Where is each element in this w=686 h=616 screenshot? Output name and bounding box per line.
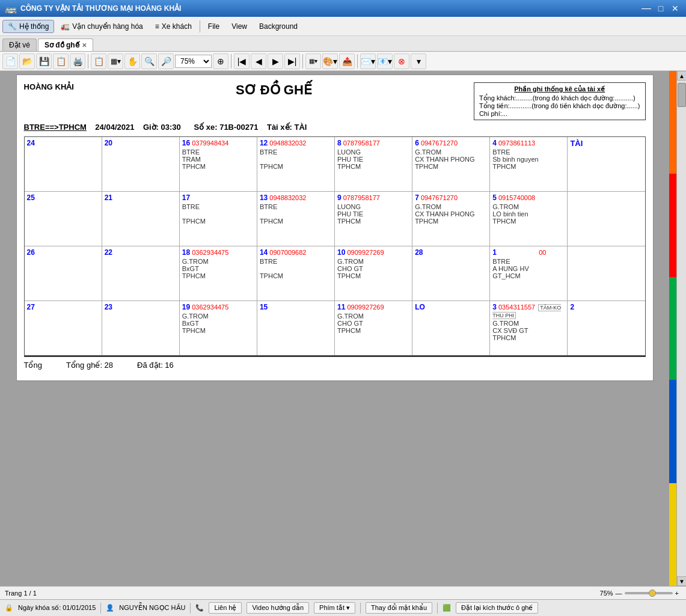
- seat-tai-label[interactable]: TÀI: [570, 139, 583, 148]
- seat-10[interactable]: 10 0909927269 G.TROMCHO GTTPHCM: [335, 246, 412, 300]
- seat-19[interactable]: 19 0362934475 G.TROMBxGTTPHCM: [180, 301, 257, 355]
- seat-21[interactable]: 21: [102, 192, 180, 246]
- toolbar-email1[interactable]: ✉️▾: [360, 53, 376, 69]
- seat-num-8[interactable]: 8: [337, 139, 341, 147]
- seat-22[interactable]: 22: [102, 246, 180, 300]
- seat-6[interactable]: 6 0947671270 G.TROMCX THANH PHONGTPHCM: [412, 137, 490, 191]
- menu-background[interactable]: Background: [254, 20, 303, 33]
- toolbar-first-page[interactable]: |◀: [234, 53, 250, 69]
- seat-16[interactable]: 16 0379948434 BTRETRAMTPHCM: [180, 137, 257, 191]
- toolbar-stop[interactable]: ⊗: [394, 53, 409, 69]
- seat-num-7[interactable]: 7: [415, 194, 419, 202]
- seat-15[interactable]: 15: [257, 301, 335, 355]
- toolbar-next-page[interactable]: ▶: [268, 53, 283, 69]
- seat-13[interactable]: 13 0948832032 BTRETPHCM: [257, 192, 335, 246]
- toolbar-page-setup[interactable]: 📋: [53, 53, 69, 69]
- zoom-minus-btn[interactable]: —: [613, 590, 625, 597]
- minimize-button[interactable]: —: [640, 2, 652, 14]
- seat-8[interactable]: 8 0787958177 LUONGPHU TIETPHCM: [335, 137, 412, 191]
- seat-num-3[interactable]: 3: [492, 303, 497, 311]
- toolbar-zoom-out[interactable]: 🔍: [141, 53, 157, 69]
- toolbar-color[interactable]: 🎨▾: [322, 53, 338, 69]
- scroll-thumb[interactable]: [678, 83, 686, 107]
- seat-2[interactable]: 2: [568, 301, 645, 355]
- seat-num-21[interactable]: 21: [105, 194, 112, 202]
- seat-num-20[interactable]: 20: [105, 139, 112, 147]
- seat-24[interactable]: 24: [25, 137, 102, 191]
- menu-xe-khach[interactable]: ≡ Xe khách: [150, 20, 197, 33]
- seat-12[interactable]: 12 0948832032 BTRETPHCM: [257, 137, 335, 191]
- menu-file[interactable]: File: [203, 20, 225, 33]
- toolbar-prev-page[interactable]: ◀: [251, 53, 266, 69]
- seat-num-5[interactable]: 5: [492, 194, 497, 202]
- seat-4[interactable]: 4 0973861113 BTRESb binh nguyenTPHCM: [490, 137, 568, 191]
- seat-1[interactable]: 1 00 BTREA HUNG HVGT_HCM: [490, 246, 568, 300]
- seat-num-17[interactable]: 17: [182, 194, 190, 202]
- seat-num-18[interactable]: 18: [182, 248, 190, 257]
- seat-num-9[interactable]: 9: [337, 194, 341, 202]
- maximize-button[interactable]: □: [655, 2, 667, 14]
- seat-23[interactable]: 23: [102, 301, 180, 355]
- toolbar-save[interactable]: 💾: [36, 53, 52, 69]
- toolbar-open[interactable]: 📂: [19, 53, 35, 69]
- seat-num-19[interactable]: 19: [182, 303, 190, 311]
- menu-van-chuyen[interactable]: 🚛 Vận chuyển hàng hóa: [55, 20, 148, 33]
- toolbar-zoom-in[interactable]: 🔎: [158, 53, 174, 69]
- seat-num-2[interactable]: 2: [570, 303, 574, 311]
- vertical-scrollbar[interactable]: ▲ ▼: [676, 71, 686, 586]
- seat-27[interactable]: 27: [25, 301, 102, 355]
- seat-num-16[interactable]: 16: [182, 139, 190, 147]
- contact-btn[interactable]: Liên hệ: [209, 602, 242, 614]
- seat-25[interactable]: 25: [25, 192, 102, 246]
- seat-num-25[interactable]: 25: [27, 194, 35, 202]
- tab-so-do-ghe-close[interactable]: ✕: [82, 42, 87, 49]
- seat-num-11[interactable]: 11: [337, 303, 345, 311]
- toolbar-export[interactable]: 📤: [339, 53, 355, 69]
- toolbar-grid[interactable]: ▦▾: [305, 53, 321, 69]
- toolbar-zoom-select[interactable]: 75% 100% 50%: [175, 55, 212, 68]
- seat-5[interactable]: 5 0915740008 G.TROMLO binh tienTPHCM: [490, 192, 568, 246]
- seat-num-22[interactable]: 22: [105, 248, 112, 257]
- seat-num-28[interactable]: 28: [415, 248, 423, 257]
- seat-num-24[interactable]: 24: [27, 139, 35, 147]
- menu-he-thong[interactable]: 🔧 Hệ thống: [2, 20, 54, 33]
- seat-num-4[interactable]: 4: [492, 139, 497, 147]
- seat-26[interactable]: 26: [25, 246, 102, 300]
- seat-num-1[interactable]: 1: [492, 248, 497, 257]
- toolbar-print[interactable]: 🖨️: [70, 53, 85, 69]
- toolbar-zoom-fit[interactable]: ⊕: [213, 53, 228, 69]
- seat-17[interactable]: 17 BTRETPHCM: [180, 192, 257, 246]
- seat-num-27[interactable]: 27: [27, 303, 35, 311]
- zoom-plus-btn[interactable]: +: [673, 590, 681, 597]
- seat-14[interactable]: 14 0907009682 BTRETPHCM: [257, 246, 335, 300]
- toolbar-new[interactable]: 📄: [2, 53, 18, 69]
- toolbar-last-page[interactable]: ▶|: [284, 53, 300, 69]
- seat-11[interactable]: 11 0909927269 G.TROMCHO GTTPHCM: [335, 301, 412, 355]
- menu-view[interactable]: View: [226, 20, 253, 33]
- seat-20[interactable]: 20: [102, 137, 180, 191]
- scroll-down-btn[interactable]: ▼: [677, 576, 686, 586]
- seat-num-15[interactable]: 15: [260, 303, 268, 311]
- seat-num-10[interactable]: 10: [337, 248, 345, 257]
- seat-num-26[interactable]: 26: [27, 248, 35, 257]
- tab-dat-ve[interactable]: Đặt vé: [2, 38, 37, 51]
- content-area[interactable]: HOÀNG KHẢI SƠ ĐỒ GHẾ Phần ghi thống kê c…: [0, 71, 669, 586]
- toolbar-copy[interactable]: 📋: [91, 53, 106, 69]
- shortcuts-btn[interactable]: Phím tắt ▾: [314, 602, 355, 614]
- change-pass-btn[interactable]: Thay đổi mật khẩu: [366, 602, 432, 614]
- zoom-slider[interactable]: [625, 592, 673, 594]
- toolbar-more[interactable]: ▾: [411, 53, 426, 69]
- seat-18[interactable]: 18 0362934475 G.TROMBxGTTPHCM: [180, 246, 257, 300]
- seat-lo[interactable]: LO: [412, 301, 490, 355]
- seat-num-23[interactable]: 23: [105, 303, 112, 311]
- video-btn[interactable]: Video hướng dẫn: [247, 602, 309, 614]
- toolbar-pan[interactable]: ✋: [124, 53, 140, 69]
- close-button[interactable]: ✕: [669, 2, 681, 14]
- seat-tai[interactable]: TÀI: [568, 137, 645, 191]
- scroll-up-btn[interactable]: ▲: [677, 71, 686, 81]
- seat-7[interactable]: 7 0947671270 G.TROMCX THANH PHONGTPHCM: [412, 192, 490, 246]
- seat-9[interactable]: 9 0787958177 LUONGPHU TIETPHCM: [335, 192, 412, 246]
- seat-num-6[interactable]: 6: [415, 139, 419, 147]
- reset-size-btn[interactable]: Đặt lại kích thước ô ghế: [456, 602, 538, 614]
- toolbar-paste[interactable]: ▦▾: [108, 53, 123, 69]
